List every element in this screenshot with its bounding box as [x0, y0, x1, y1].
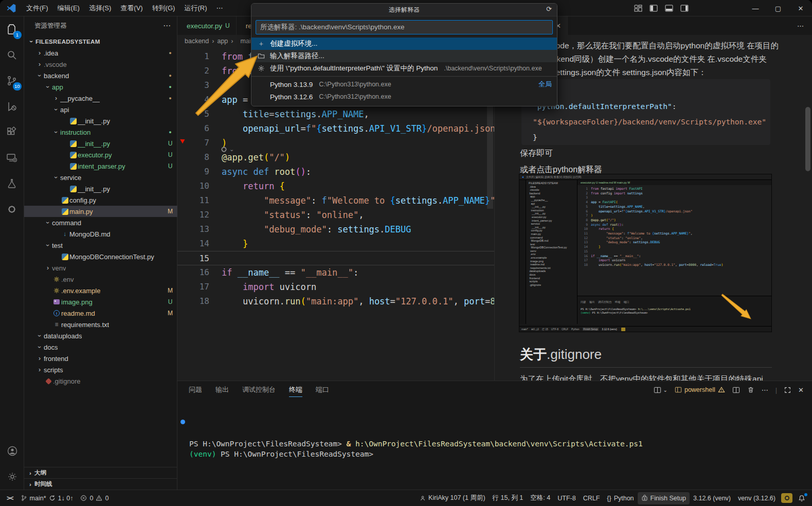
- blame-item[interactable]: KiriAky 107 (1 周前): [416, 492, 489, 504]
- menu-5[interactable]: 运行(R): [179, 3, 211, 14]
- extensions-activity-icon[interactable]: [0, 119, 24, 145]
- tree-item-scripts[interactable]: ›scripts: [24, 364, 177, 375]
- panel-tab-调试控制台[interactable]: 调试控制台: [242, 385, 276, 394]
- code-line-5[interactable]: 5 title=settings.APP_NAME,: [177, 107, 494, 121]
- tree-item-service[interactable]: ›service: [24, 172, 177, 183]
- outline-section[interactable]: ›大纲: [24, 467, 177, 478]
- tree-item-backend[interactable]: ›backend●: [24, 70, 177, 81]
- tree-item-readme.md[interactable]: ireadme.mdM: [24, 308, 177, 319]
- tree-item-.idea[interactable]: ›.idea●: [24, 47, 177, 59]
- refresh-interpreters-icon[interactable]: ⟳: [546, 5, 552, 13]
- run-debug-activity-icon[interactable]: [0, 94, 24, 119]
- tree-item-executor.py[interactable]: executor.pyU: [24, 149, 177, 160]
- tree-item-test[interactable]: ›test: [24, 240, 177, 251]
- search-activity-icon[interactable]: [0, 42, 24, 68]
- language-mode-item[interactable]: {}Python: [603, 492, 637, 504]
- quick-pick-item-3[interactable]: Python 3.13.9C:\Python313\python.exe全局: [251, 78, 557, 91]
- cursor-position-item[interactable]: 行 15, 列 1: [489, 492, 527, 504]
- indentation-item[interactable]: 空格: 4: [527, 492, 554, 504]
- tree-item-instruction[interactable]: ›instruction●: [24, 127, 177, 138]
- tree-root[interactable]: ›FILESREADSYSTEAM: [24, 36, 177, 47]
- code-line-16[interactable]: 16if __name__ == "__main__":: [177, 265, 494, 280]
- quick-pick-item-2[interactable]: 使用 \"python.defaultInterpreterPath\" 设置中…: [251, 62, 557, 75]
- new-terminal-icon[interactable]: [654, 386, 661, 394]
- explorer-more-icon[interactable]: ⋯: [163, 21, 171, 30]
- editor-tab-executor.py[interactable]: executor.pyU: [177, 16, 237, 35]
- customize-layout-icon[interactable]: [634, 4, 642, 12]
- inline-ai-hint-icon[interactable]: ⌄: [220, 146, 234, 153]
- preview-scrollbar-thumb[interactable]: [805, 107, 810, 171]
- copilot-status-item[interactable]: [779, 492, 795, 504]
- tree-item-.env[interactable]: .env: [24, 274, 177, 285]
- code-line-6[interactable]: 6 openapi_url=f"{settings.API_V1_STR}/op…: [177, 121, 494, 136]
- breadcrumb-item[interactable]: app: [217, 38, 228, 45]
- tree-item-docs[interactable]: ›docs: [24, 341, 177, 353]
- panel-tab-输出[interactable]: 输出: [215, 385, 229, 394]
- remote-explorer-activity-icon[interactable]: [0, 145, 24, 171]
- task-item[interactable]: Finish Setup: [638, 492, 690, 504]
- encoding-item[interactable]: UTF-8: [554, 492, 579, 504]
- tree-item-main.py[interactable]: main.pyM: [24, 206, 177, 217]
- code-line-18[interactable]: 18 uvicorn.run("main:app", host="127.0.0…: [177, 294, 494, 309]
- tree-item-intent_parser.py[interactable]: intent_parser.pyU: [24, 160, 177, 172]
- tree-item-venv[interactable]: ›venv: [24, 262, 177, 274]
- toggle-secondary-sidebar-icon[interactable]: [680, 4, 689, 12]
- notifications-bell-item[interactable]: [795, 492, 809, 504]
- tree-item-requirements.txt[interactable]: ≡requirements.txt: [24, 319, 177, 330]
- tree-item-.vscode[interactable]: ›.vscode: [24, 59, 177, 70]
- code-line-13[interactable]: 13 "debug_mode": settings.DEBUG: [177, 222, 494, 237]
- breadcrumb-item[interactable]: backend: [185, 38, 209, 45]
- tree-item-MongoDBConnectionTest.py[interactable]: MongoDBConnectionTest.py: [24, 251, 177, 262]
- testing-activity-icon[interactable]: [0, 171, 24, 196]
- tree-item-MongoDB.md[interactable]: ↓MongoDB.md: [24, 228, 177, 240]
- kill-terminal-icon[interactable]: [747, 386, 754, 393]
- minimize-button[interactable]: —: [744, 0, 767, 16]
- menu-more[interactable]: ⋯: [211, 3, 227, 14]
- toggle-panel-icon[interactable]: [665, 4, 673, 12]
- tree-item-api[interactable]: ›api: [24, 104, 177, 115]
- tree-item-__init__.py[interactable]: __init__.py: [24, 183, 177, 194]
- menu-4[interactable]: 转到(G): [148, 3, 180, 14]
- terminal-output[interactable]: PS H:\OwnProject\FilesReadSysteam> & h:\…: [177, 399, 812, 459]
- preview-more-actions-icon[interactable]: ⋯: [789, 16, 812, 35]
- close-panel-icon[interactable]: ✕: [798, 386, 804, 394]
- tree-item-frontend[interactable]: ›frontend: [24, 353, 177, 364]
- code-line-12[interactable]: 12 "status": "online",: [177, 208, 494, 222]
- interpreter-search-input[interactable]: [256, 20, 553, 34]
- menu-0[interactable]: 文件(F): [22, 3, 53, 14]
- panel-tab-问题[interactable]: 问题: [189, 385, 202, 394]
- code-line-10[interactable]: 10 return {: [177, 179, 494, 193]
- tree-item-__init__.py[interactable]: __init__.py: [24, 115, 177, 127]
- code-line-9[interactable]: 9async def root():: [177, 165, 494, 179]
- menu-2[interactable]: 选择(S): [84, 3, 116, 14]
- menu-3[interactable]: 查看(V): [116, 3, 147, 14]
- explorer-activity-icon[interactable]: 1: [0, 16, 24, 42]
- toggle-sidebar-icon[interactable]: [649, 4, 658, 12]
- quick-pick-item-4[interactable]: Python 3.12.6C:\Python312\python.exe: [251, 91, 557, 103]
- menu-1[interactable]: 编辑(E): [53, 3, 84, 14]
- panel-tab-终端[interactable]: 终端: [289, 385, 302, 397]
- terminal-shell-label[interactable]: powershell: [675, 386, 725, 393]
- code-line-17[interactable]: 17 import uvicorn: [177, 280, 494, 294]
- terminal-profile-chevron-icon[interactable]: ⌄: [663, 387, 667, 393]
- remote-indicator[interactable]: ><: [3, 492, 17, 504]
- close-button[interactable]: ✕: [789, 0, 812, 16]
- source-control-activity-icon[interactable]: 10: [0, 68, 24, 94]
- tree-item-data_uploads[interactable]: ›data\uploads: [24, 330, 177, 341]
- tree-item-__init__.py[interactable]: __init__.pyU: [24, 138, 177, 149]
- code-line-15[interactable]: 15: [177, 251, 494, 265]
- split-terminal-icon[interactable]: [732, 386, 740, 394]
- git-branch-item[interactable]: main* 1↓ 0↑: [17, 492, 77, 504]
- maximize-panel-icon[interactable]: [784, 387, 791, 393]
- tree-item-app[interactable]: ›app●: [24, 81, 177, 93]
- problems-item[interactable]: 0 0: [77, 492, 112, 504]
- code-line-11[interactable]: 11 "message": f"Welcome to {settings.APP…: [177, 193, 494, 208]
- ai-extension-activity-icon[interactable]: [0, 196, 24, 222]
- tree-item-.gitignore[interactable]: .gitignore: [24, 375, 177, 387]
- code-line-14[interactable]: 14 }: [177, 237, 494, 251]
- eol-item[interactable]: CRLF: [580, 492, 604, 504]
- maximize-button[interactable]: ▢: [767, 0, 789, 16]
- tree-item-command[interactable]: ›command: [24, 217, 177, 228]
- python-interpreter-item[interactable]: 3.12.6 (venv): [690, 492, 734, 504]
- quick-pick-item-1[interactable]: 输入解释器路径...: [251, 50, 557, 62]
